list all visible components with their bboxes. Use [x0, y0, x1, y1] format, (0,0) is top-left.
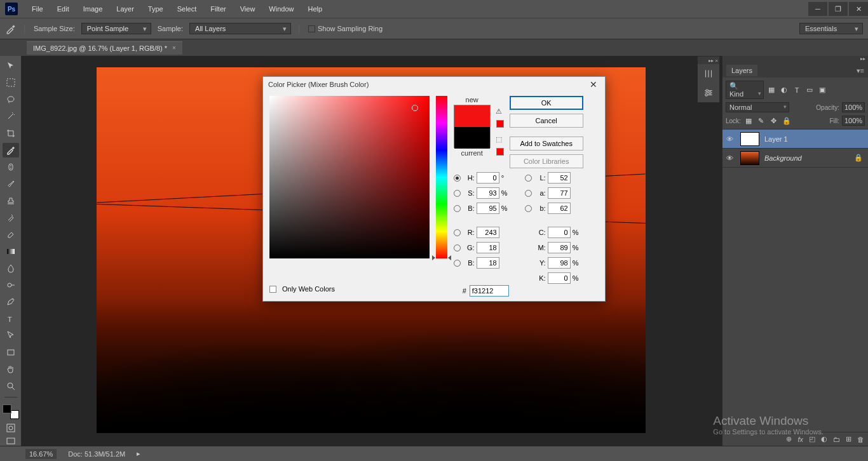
menu-file[interactable]: File: [25, 3, 50, 15]
show-ring-checkbox[interactable]: [308, 25, 315, 32]
dodge-tool[interactable]: [3, 277, 19, 293]
g-input[interactable]: [477, 242, 499, 253]
sample-size-dropdown[interactable]: Point Sample: [81, 23, 151, 34]
color-libraries-button[interactable]: Color Libraries: [510, 154, 583, 168]
h-input[interactable]: [477, 172, 499, 184]
panel-menu-icon[interactable]: ▾≡: [857, 67, 868, 75]
opacity-field[interactable]: 100%: [842, 102, 865, 112]
marquee-tool[interactable]: [3, 76, 19, 91]
bb-radio[interactable]: [454, 260, 461, 267]
wand-tool[interactable]: [3, 109, 19, 124]
close-tab-icon[interactable]: ×: [172, 44, 176, 51]
pen-tool[interactable]: [3, 294, 19, 309]
crop-tool[interactable]: [3, 126, 19, 141]
move-tool[interactable]: [3, 58, 19, 74]
visibility-icon[interactable]: 👁: [726, 154, 735, 162]
menu-edit[interactable]: Edit: [51, 3, 76, 15]
layers-tab[interactable]: Layers: [726, 65, 757, 76]
lab-b-input[interactable]: [548, 203, 571, 214]
websafe-swatch[interactable]: [496, 148, 504, 156]
blend-mode-dropdown[interactable]: Normal: [726, 102, 789, 112]
heal-tool[interactable]: [3, 159, 19, 175]
menu-view[interactable]: View: [234, 3, 262, 15]
lock-all-icon[interactable]: 🔒: [782, 116, 792, 126]
bb-input[interactable]: [477, 257, 499, 269]
eraser-tool[interactable]: [3, 227, 19, 242]
quickmask-icon[interactable]: [6, 424, 15, 432]
group-icon[interactable]: 🗀: [833, 436, 840, 443]
brush-settings-icon[interactable]: [698, 83, 719, 102]
lab-b-radio[interactable]: [525, 205, 532, 212]
history-brush-tool[interactable]: [3, 210, 19, 225]
close-window-button[interactable]: ✕: [849, 2, 868, 16]
adjust-icon[interactable]: ◐: [821, 435, 827, 443]
lock-trans-icon[interactable]: ▦: [743, 116, 754, 126]
menu-image[interactable]: Image: [77, 3, 109, 15]
gamut-warning-icon[interactable]: ⚠: [496, 107, 505, 116]
lock-pos-icon[interactable]: ✥: [769, 116, 779, 126]
new-layer-icon[interactable]: ⊞: [846, 435, 851, 443]
brushes-icon[interactable]: [698, 64, 719, 83]
only-web-colors-checkbox[interactable]: [269, 286, 276, 293]
statusbar-menu-icon[interactable]: ▸: [137, 450, 140, 458]
mask-icon[interactable]: ◰: [809, 435, 815, 443]
filter-pixel-icon[interactable]: ▦: [766, 85, 776, 95]
document-tab[interactable]: IMG_8922.jpg @ 16.7% (Layer 1, RGB/8) * …: [27, 41, 182, 55]
b-radio[interactable]: [454, 205, 461, 212]
brush-tool[interactable]: [3, 177, 19, 192]
screenmode-icon[interactable]: [6, 437, 15, 446]
layer-item[interactable]: 👁 Layer 1: [722, 130, 868, 149]
s-input[interactable]: [477, 187, 499, 199]
maximize-button[interactable]: ❐: [829, 2, 848, 16]
menu-layer[interactable]: Layer: [110, 3, 140, 15]
show-sampling-ring[interactable]: Show Sampling Ring: [308, 25, 383, 33]
sample-dropdown[interactable]: All Layers: [189, 23, 291, 34]
type-tool[interactable]: T: [3, 311, 19, 326]
b-input[interactable]: [477, 203, 499, 214]
filter-adjust-icon[interactable]: ◐: [779, 85, 789, 95]
filter-type-icon[interactable]: T: [792, 85, 802, 95]
menu-window[interactable]: Window: [262, 3, 300, 15]
h-radio[interactable]: [454, 175, 461, 182]
lasso-tool[interactable]: [3, 92, 19, 107]
menu-select[interactable]: Select: [171, 3, 203, 15]
path-select-tool[interactable]: [3, 328, 19, 344]
hue-slider[interactable]: [436, 96, 447, 258]
ok-button[interactable]: OK: [510, 96, 583, 110]
blur-tool[interactable]: [3, 260, 19, 276]
c-input[interactable]: [548, 227, 571, 238]
menu-help[interactable]: Help: [301, 3, 329, 15]
menu-filter[interactable]: Filter: [204, 3, 232, 15]
hand-tool[interactable]: [3, 362, 19, 377]
minimize-button[interactable]: ─: [808, 2, 827, 16]
m-input[interactable]: [548, 242, 571, 253]
r-radio[interactable]: [454, 229, 461, 236]
eyedropper-tool[interactable]: [3, 143, 19, 158]
a-radio[interactable]: [525, 190, 532, 197]
gamut-swatch[interactable]: [496, 120, 504, 128]
hex-input[interactable]: [470, 285, 509, 297]
websafe-warning-icon[interactable]: ⬚: [496, 135, 505, 144]
l-radio[interactable]: [525, 175, 532, 182]
shape-tool[interactable]: [3, 345, 19, 360]
link-icon[interactable]: ⊕: [786, 435, 792, 443]
fx-icon[interactable]: fx: [797, 436, 803, 443]
visibility-icon[interactable]: 👁: [726, 135, 735, 143]
stamp-tool[interactable]: [3, 193, 19, 208]
gradient-tool[interactable]: [3, 244, 19, 259]
fill-field[interactable]: 100%: [842, 116, 865, 126]
a-input[interactable]: [548, 187, 571, 199]
filter-kind-dropdown[interactable]: 🔍 Kind: [726, 81, 764, 99]
dialog-titlebar[interactable]: Color Picker (Mixer Brush Color) ✕: [263, 77, 605, 92]
add-swatches-button[interactable]: Add to Swatches: [510, 137, 583, 150]
k-input[interactable]: [548, 272, 571, 284]
collapsed-expand-icon[interactable]: ▸▸ ×: [698, 57, 719, 64]
delete-icon[interactable]: 🗑: [857, 436, 864, 443]
fg-bg-colors[interactable]: [3, 404, 19, 420]
filter-shape-icon[interactable]: ▭: [804, 85, 815, 95]
layer-thumbnail[interactable]: [740, 151, 759, 165]
r-input[interactable]: [477, 227, 499, 238]
panel-collapse-icon[interactable]: ▸▸: [722, 56, 868, 63]
current-color-swatch[interactable]: [454, 127, 490, 149]
zoom-tool[interactable]: [3, 378, 19, 394]
